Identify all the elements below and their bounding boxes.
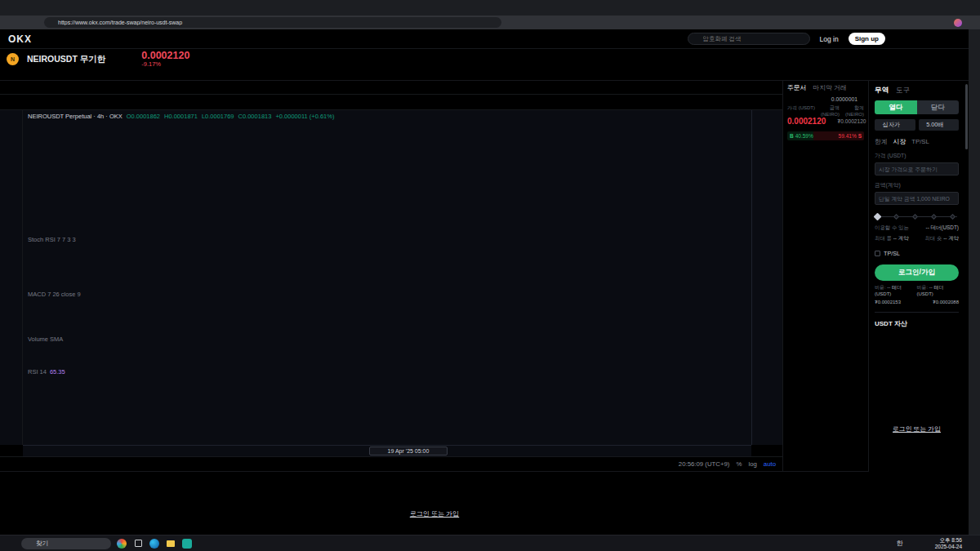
log-scale-toggle[interactable]: log [748,460,756,468]
chart-tabs [0,81,782,94]
tab-orderbook[interactable]: 주문서 [787,83,806,92]
time-axis[interactable]: 19 Apr '25 05:00 [23,445,751,456]
chart-clock[interactable]: 20:56:09 (UTC+9) [679,460,730,468]
buy-sell-ratio: B 40.59% 59.41% S [787,131,864,140]
download-app-icon[interactable] [895,34,904,43]
taskbar-search[interactable]: 찾기 [21,538,111,549]
favorites-icon[interactable] [928,19,935,26]
assets-section-header[interactable]: USDT 자산 [875,319,959,328]
price-scale[interactable] [751,110,782,445]
tab-tpsl[interactable]: TP/SL [911,138,929,145]
edge-icon[interactable] [149,539,159,549]
browser-profile-avatar[interactable] [954,19,962,27]
chart-canvas[interactable] [23,110,751,445]
refresh-icon[interactable] [31,19,39,27]
favorite-star-icon[interactable] [127,56,133,62]
leverage-select[interactable]: 5.00배 [919,119,960,131]
downloads-icon[interactable] [941,19,948,26]
window-close-button[interactable] [957,0,980,16]
wifi-icon[interactable] [909,540,916,547]
tab-limit[interactable]: 한계 [875,137,888,146]
minimize-icon [920,5,926,11]
forward-icon[interactable] [18,19,26,27]
trade-panel-tabs: 무역 도구 [875,84,959,96]
pane-maximize-icon[interactable] [682,368,688,375]
copilot-icon[interactable] [117,539,127,549]
volume-icon[interactable] [922,540,929,547]
tab-last-trades[interactable]: 마지막 거래 [813,83,846,92]
col-amount: 금액 (NEIRO) [815,104,840,113]
pane-collapse-icon[interactable] [671,368,678,375]
coin-icon: N [7,53,19,65]
close-icon [965,5,972,11]
pane-close-icon[interactable] [693,368,699,375]
max-short-value: -- 계약 [943,235,959,241]
chevron-down-icon [935,140,940,144]
taskbar-search-label: 찾기 [36,540,48,548]
taskbar-clock[interactable]: 오후 8:56 2025-04-24 [935,537,962,550]
price-block: 0.0002120 -9.17% [141,51,189,68]
tab-market[interactable]: 시장 [893,137,906,146]
close-position-button[interactable]: 닫다 [917,100,960,114]
login-button[interactable]: Log in [820,35,839,43]
chevron-down-icon[interactable] [114,56,119,62]
edge-sidebar [969,29,980,535]
percent-scale-toggle[interactable]: % [736,460,742,468]
notification-icon[interactable] [968,540,975,547]
page-scrollbar[interactable] [964,81,969,471]
bottom-login-link[interactable]: 로그인 또는 가입 [410,509,459,518]
rsi-pane-controls [671,368,699,375]
app-icon[interactable] [182,539,192,549]
window-maximize-button[interactable] [934,0,957,16]
tick-size-select[interactable]: 0.0000001 [831,96,864,102]
system-tray: 한 오후 8:56 2025-04-24 [884,537,975,550]
globe-icon[interactable] [933,34,942,43]
sell-ratio-value: 59.41% [839,133,857,139]
browser-address-bar: https://www.okx.com/trade-swap/neiro-usd… [0,16,980,29]
okx-header: OKX Log in Sign up [0,29,969,49]
symbol-name[interactable]: NEIROUSDT 무기한 [27,54,105,65]
slider-dot [893,213,899,219]
new-tab-button[interactable] [3,2,16,14]
apps-grid-icon[interactable] [951,34,960,43]
browser-menu-icon[interactable] [968,19,975,26]
task-view-icon[interactable] [132,538,144,549]
amount-slider[interactable] [875,211,959,221]
margin-mode-select[interactable]: 십자가 [875,119,915,131]
trade-login-link[interactable]: 로그인 또는 가입 [875,424,959,433]
price-input[interactable] [875,162,959,176]
tpsl-checkbox[interactable] [875,251,880,256]
file-explorer-icon[interactable] [165,538,176,549]
tab-tools[interactable]: 도구 [896,86,910,96]
okx-logo[interactable]: OKX [8,33,32,45]
window-minimize-button[interactable] [911,0,934,16]
start-button[interactable] [5,538,16,549]
url-field[interactable]: https://www.okx.com/trade-swap/neiro-usd… [44,17,501,28]
scrollbar-thumb[interactable] [965,84,968,149]
back-icon[interactable] [5,19,13,27]
trade-panel: 무역 도구 열다 닫다 십자가 5.00배 한계 시장 TP/SL 가격 (US… [869,81,964,535]
tab-trade[interactable]: 무역 [875,86,889,96]
cost-label: 비용 [917,285,927,290]
amount-input-label: 금액(계약) [875,181,901,189]
taskbar-time: 오후 8:56 [935,537,962,544]
search-input[interactable] [703,35,804,42]
bell-icon[interactable] [914,34,923,43]
bookmark-star-icon[interactable] [490,20,497,26]
browser-tab-strip [0,0,980,16]
open-position-button[interactable]: 열다 [875,100,917,114]
amount-input[interactable] [875,192,959,205]
last-price-row[interactable]: 0.0002120 ₮0.0002120 [783,113,868,128]
slider-thumb[interactable] [874,212,882,220]
login-signup-button[interactable]: 로그인/가입 [875,264,959,281]
signup-button[interactable]: Sign up [849,33,885,45]
chevron-down-icon [859,97,864,102]
ime-language-indicator[interactable]: 한 [897,539,903,548]
more-options-icon[interactable] [951,87,959,94]
chevron-down-icon [953,321,959,327]
chart-plot[interactable]: NEIROUSDT Perpetual · 4h · OKX O0.000186… [23,110,751,445]
tray-expand-icon[interactable] [884,540,891,547]
header-search[interactable] [688,33,810,45]
auto-scale-toggle[interactable]: auto [764,460,776,468]
margin-mode-value: 십자가 [882,121,900,129]
